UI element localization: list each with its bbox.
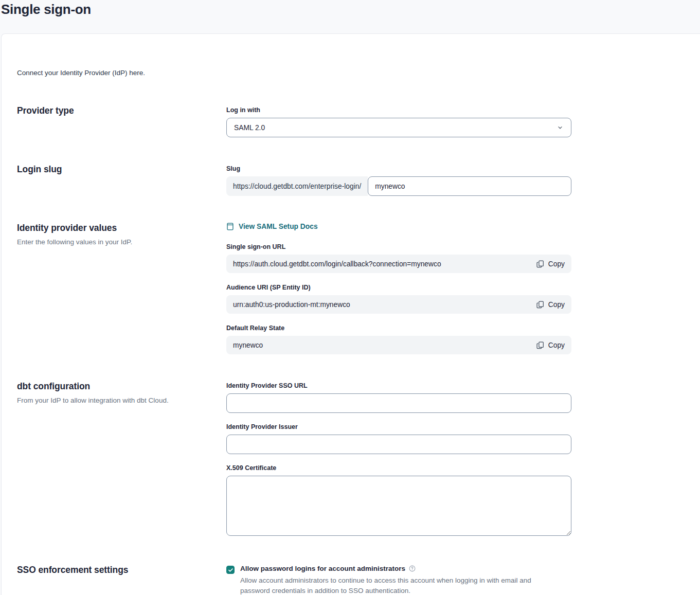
slug-label: Slug bbox=[226, 164, 571, 172]
section-sso-enforcement: SSO enforcement settings Allow password … bbox=[17, 565, 571, 595]
help-icon[interactable] bbox=[409, 565, 416, 572]
sso-url-row: https://auth.cloud.getdbt.com/login/call… bbox=[226, 255, 571, 273]
intro-text: Connect your Identity Provider (IdP) her… bbox=[17, 34, 571, 77]
copy-icon bbox=[536, 341, 544, 349]
sso-url-label: Single sign-on URL bbox=[226, 242, 571, 250]
provider-type-selected-value: SAML 2.0 bbox=[234, 124, 265, 132]
dbt-configuration-subheading: From your IdP to allow integration with … bbox=[17, 396, 226, 404]
idp-issuer-input[interactable] bbox=[226, 435, 571, 454]
idp-sso-url-input[interactable] bbox=[226, 393, 571, 413]
provider-type-heading: Provider type bbox=[17, 105, 226, 116]
idp-values-heading: Identity provider values bbox=[17, 223, 226, 233]
copy-button-label: Copy bbox=[548, 341, 565, 349]
chevron-down-icon bbox=[557, 124, 564, 131]
login-slug-heading: Login slug bbox=[17, 164, 226, 175]
allow-password-logins-label: Allow password logins for account admini… bbox=[240, 565, 405, 572]
copy-relay-state-button[interactable]: Copy bbox=[536, 341, 565, 349]
section-idp-values: Identity provider values Enter the follo… bbox=[17, 223, 571, 354]
section-dbt-configuration: dbt configuration From your IdP to allow… bbox=[17, 381, 571, 538]
x509-certificate-label: X.509 Certificate bbox=[226, 463, 571, 472]
slug-url-prefix: https://cloud.getdbt.com/enterprise-logi… bbox=[226, 176, 368, 196]
copy-audience-uri-button[interactable]: Copy bbox=[536, 301, 565, 309]
copy-sso-url-button[interactable]: Copy bbox=[536, 260, 565, 268]
copy-icon bbox=[536, 260, 544, 268]
provider-type-select[interactable]: SAML 2.0 bbox=[226, 118, 571, 137]
x509-certificate-textarea[interactable] bbox=[226, 476, 571, 536]
allow-password-logins-description: Allow account administrators to continue… bbox=[240, 575, 559, 595]
audience-uri-label: Audience URI (SP Entity ID) bbox=[226, 283, 571, 291]
settings-card: Connect your Identity Provider (IdP) her… bbox=[1, 33, 700, 595]
slug-input[interactable] bbox=[368, 176, 571, 196]
audience-uri-value: urn:auth0:us-production-mt:mynewco bbox=[233, 301, 350, 309]
allow-password-logins-checkbox[interactable] bbox=[226, 566, 235, 574]
slug-input-group: https://cloud.getdbt.com/enterprise-logi… bbox=[226, 176, 571, 196]
sso-url-value: https://auth.cloud.getdbt.com/login/call… bbox=[233, 260, 441, 268]
sso-enforcement-heading: SSO enforcement settings bbox=[17, 565, 226, 575]
view-saml-docs-link[interactable]: View SAML Setup Docs bbox=[226, 223, 318, 230]
view-saml-docs-label: View SAML Setup Docs bbox=[239, 223, 318, 230]
copy-button-label: Copy bbox=[548, 260, 565, 268]
dbt-configuration-heading: dbt configuration bbox=[17, 381, 226, 392]
page-header: Single sign-on bbox=[0, 0, 700, 33]
audience-uri-row: urn:auth0:us-production-mt:mynewco Copy bbox=[226, 295, 571, 314]
idp-values-subheading: Enter the following values in your IdP. bbox=[17, 238, 226, 246]
copy-button-label: Copy bbox=[548, 301, 565, 309]
page-title: Single sign-on bbox=[0, 0, 700, 17]
log-in-with-label: Log in with bbox=[226, 105, 571, 114]
relay-state-label: Default Relay State bbox=[226, 323, 571, 332]
relay-state-value: mynewco bbox=[233, 341, 263, 349]
idp-sso-url-label: Identity Provider SSO URL bbox=[226, 381, 571, 389]
relay-state-row: mynewco Copy bbox=[226, 336, 571, 354]
section-login-slug: Login slug Slug https://cloud.getdbt.com… bbox=[17, 164, 571, 196]
idp-issuer-label: Identity Provider Issuer bbox=[226, 422, 571, 430]
copy-icon bbox=[536, 301, 544, 309]
document-icon bbox=[226, 223, 234, 230]
section-provider-type: Provider type Log in with SAML 2.0 bbox=[17, 105, 571, 137]
